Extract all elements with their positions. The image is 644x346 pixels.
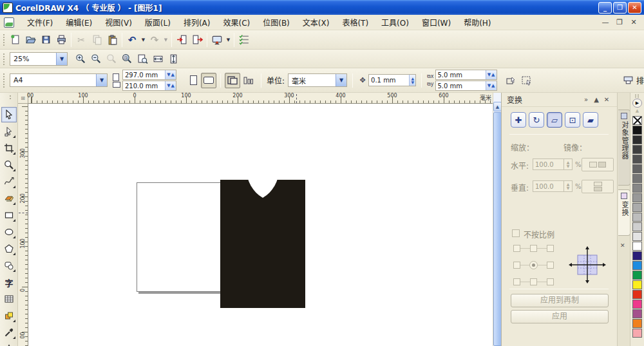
docker-close-icon[interactable]: ✕ <box>601 96 612 103</box>
apply-to-duplicate-button[interactable]: 应用到再制 <box>511 294 609 307</box>
eyedropper-tool[interactable] <box>1 325 17 340</box>
duplicate-y-spinner[interactable]: ▼▲ <box>486 81 497 90</box>
color-swatch-6[interactable] <box>632 174 642 183</box>
black-rectangle-object[interactable] <box>220 180 305 308</box>
docker-collapse-icon[interactable]: ▲ <box>591 96 601 103</box>
save-button[interactable] <box>38 32 53 48</box>
swatch-none[interactable] <box>632 116 642 125</box>
toolbar-grip[interactable] <box>1 33 6 46</box>
paper-width-spinner[interactable]: ▼▲ <box>165 70 176 79</box>
palette-flyout-button[interactable]: ▶ <box>632 99 642 108</box>
interactive-blend-tool[interactable] <box>1 308 17 323</box>
paper-width-field[interactable]: 297.0 mm ▼▲ <box>122 70 176 80</box>
duplicate-y-field[interactable]: 5.0 mm ▼▲ <box>435 81 497 91</box>
rotate-mode-button[interactable]: ↻ <box>529 112 544 128</box>
print-button[interactable] <box>53 32 69 48</box>
menu-8[interactable]: 表格(T) <box>336 15 375 30</box>
launcher-dropdown[interactable]: ▼ <box>225 32 232 48</box>
page-size-combo[interactable]: A4 ▼ <box>10 73 108 87</box>
menu-9[interactable]: 工具(O) <box>375 15 415 30</box>
color-swatch-14[interactable] <box>632 251 642 260</box>
text-tool[interactable]: 字 <box>1 274 17 290</box>
scale-horizontal-field[interactable]: 100.0 ▲▼ <box>533 159 573 170</box>
landscape-button[interactable] <box>201 73 216 88</box>
scale-vertical-field[interactable]: 100.0 ▲▼ <box>533 180 573 192</box>
anchor-bottom-center[interactable] <box>530 278 537 285</box>
anchor-top-center[interactable] <box>530 245 537 252</box>
undo-button[interactable]: ↶ <box>124 32 140 48</box>
docker-expand-icon[interactable]: » <box>581 96 591 103</box>
outline-pen-tool[interactable] <box>1 341 17 346</box>
rectangle-tool[interactable] <box>1 207 17 223</box>
color-swatch-10[interactable] <box>632 213 642 222</box>
copy-button[interactable] <box>89 32 104 48</box>
palette-grip[interactable] <box>634 94 640 98</box>
table-tool[interactable] <box>1 291 17 307</box>
snap-bounding-box-button[interactable] <box>519 73 535 88</box>
anchor-bottom-right[interactable] <box>547 278 554 285</box>
anchor-middle-left[interactable] <box>513 262 520 269</box>
color-swatch-15[interactable] <box>632 261 642 270</box>
anchor-center-selected[interactable] <box>529 261 538 269</box>
vertical-scrollbar[interactable]: ▲ <box>493 93 501 346</box>
menu-11[interactable]: 帮助(H) <box>457 15 497 30</box>
application-launcher-button[interactable] <box>209 32 225 48</box>
units-combo-arrow[interactable]: ▼ <box>336 74 346 86</box>
ellipse-tool[interactable] <box>1 224 17 240</box>
mirror-vertical-button[interactable] <box>582 180 614 193</box>
shape-tool[interactable] <box>1 124 17 139</box>
zoom-out-button[interactable] <box>88 51 104 66</box>
menu-5[interactable]: 效果(C) <box>216 15 256 30</box>
redo-button[interactable]: ↷ <box>147 32 162 48</box>
nudge-offset-field[interactable]: 0.1 mm ▲▼ <box>368 74 416 86</box>
color-swatch-5[interactable] <box>632 164 642 173</box>
nudge-offset-spinner[interactable]: ▲▼ <box>409 75 415 86</box>
color-swatch-4[interactable] <box>632 155 642 164</box>
zoom-to-page-button[interactable] <box>135 51 150 66</box>
tab-object-manager[interactable]: 对象管理器 <box>618 110 630 186</box>
color-swatch-12[interactable] <box>632 232 642 241</box>
undo-dropdown[interactable]: ▼ <box>140 32 147 48</box>
page-size-combo-arrow[interactable]: ▼ <box>96 74 107 86</box>
color-swatch-20[interactable] <box>632 309 642 318</box>
apply-button[interactable]: 应用 <box>511 310 609 323</box>
zoom-in-button[interactable] <box>73 51 88 66</box>
menu-2[interactable]: 视图(V) <box>99 15 138 30</box>
duplicate-x-spinner[interactable]: ▼▲ <box>486 70 497 79</box>
duplicate-x-field[interactable]: 5.0 mm ▼▲ <box>435 70 497 80</box>
new-document-button[interactable] <box>7 32 23 48</box>
toolbar-grip[interactable] <box>1 72 6 89</box>
polygon-tool[interactable] <box>1 241 17 256</box>
menu-7[interactable]: 文本(X) <box>296 15 336 30</box>
color-swatch-9[interactable] <box>632 203 642 212</box>
tab-transform[interactable]: 变换 <box>618 189 630 236</box>
close-button[interactable]: ✕ <box>628 2 641 14</box>
freehand-tool[interactable] <box>1 174 17 189</box>
units-combo[interactable]: 毫米 ▼ <box>288 73 347 87</box>
anchor-top-left[interactable] <box>513 245 520 252</box>
scale-vertical-spinner[interactable]: ▲▼ <box>564 181 572 191</box>
palette-scroll-up[interactable]: ▲ <box>632 108 642 115</box>
anchor-bottom-left[interactable] <box>513 278 520 285</box>
doc-restore-button[interactable]: ❐ <box>614 18 625 26</box>
zoom-tool[interactable] <box>1 157 17 173</box>
zoom-to-selection-button[interactable] <box>104 51 119 66</box>
docked-toolbar-icon[interactable] <box>621 73 636 88</box>
mirror-horizontal-button[interactable] <box>582 158 614 171</box>
open-button[interactable] <box>23 32 38 48</box>
welcome-screen-button[interactable] <box>236 32 252 48</box>
zoom-to-all-objects-button[interactable]: @ <box>119 51 135 66</box>
pick-tool[interactable] <box>1 107 17 122</box>
import-button[interactable] <box>174 32 189 48</box>
color-swatch-3[interactable] <box>632 145 642 154</box>
menu-10[interactable]: 窗口(W) <box>415 15 457 30</box>
zoom-to-page-width-button[interactable] <box>150 51 166 66</box>
color-swatch-13[interactable] <box>632 242 642 251</box>
skew-mode-button[interactable]: ▰ <box>583 112 598 128</box>
paper-height-spinner[interactable]: ▼▲ <box>165 81 176 90</box>
color-swatch-17[interactable] <box>632 280 642 289</box>
current-page-button[interactable] <box>240 73 256 88</box>
smart-fill-tool[interactable] <box>1 191 17 206</box>
paper-height-field[interactable]: 210.0 mm ▼▲ <box>122 81 176 91</box>
color-swatch-11[interactable] <box>632 222 642 231</box>
